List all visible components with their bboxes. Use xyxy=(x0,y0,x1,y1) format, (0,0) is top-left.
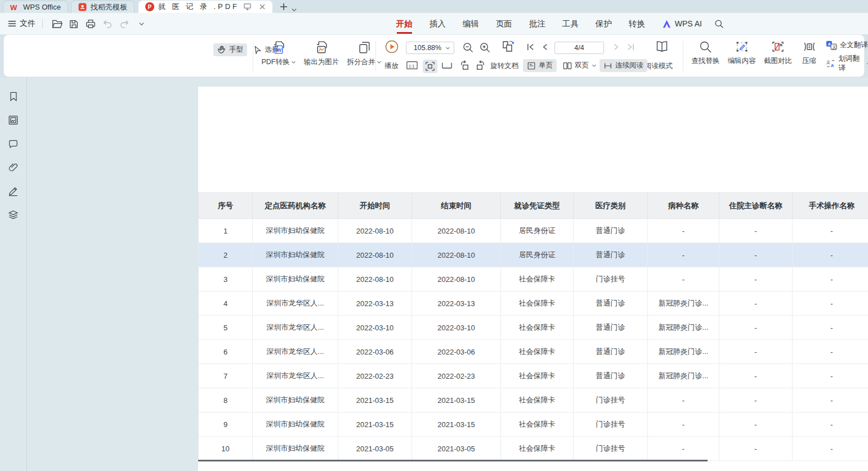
table-cell: 社会保障卡 xyxy=(501,437,574,461)
layers-panel-button[interactable] xyxy=(7,208,20,221)
table-cell: - xyxy=(719,412,793,437)
play-button[interactable] xyxy=(384,39,399,56)
table-cell: 深圳市妇幼保健院 xyxy=(253,412,338,437)
full-text-translate-label: 全文翻译 xyxy=(840,41,868,50)
tab-list-chevron-icon[interactable] xyxy=(291,7,297,13)
print-button[interactable] xyxy=(83,17,98,30)
screenshot-compare-button[interactable]: 截图对比 xyxy=(760,40,796,66)
monitor-icon[interactable] xyxy=(243,3,252,11)
find-replace-button[interactable]: 查找替换 xyxy=(687,40,723,66)
tab-docer-templates[interactable]: 找稻壳模板 xyxy=(71,1,135,13)
table-cell: 9 xyxy=(199,412,253,437)
bookmarks-panel-button[interactable] xyxy=(7,90,20,102)
new-tab-button[interactable] xyxy=(278,1,290,13)
double-page-icon xyxy=(563,61,572,70)
svg-text:W: W xyxy=(10,3,17,11)
menu-tab-1[interactable]: 开始 xyxy=(396,15,413,33)
menu-search-icon[interactable] xyxy=(714,19,724,29)
attachments-panel-button[interactable] xyxy=(7,161,20,173)
compress-label: 压缩 xyxy=(802,56,816,66)
pdf-doc-icon: P xyxy=(145,2,154,11)
fit-page-button[interactable] xyxy=(423,60,437,73)
actual-size-button[interactable]: 1:1 xyxy=(406,60,418,71)
read-mode-button[interactable] xyxy=(655,39,669,53)
wps-ai-button[interactable]: WPS AI xyxy=(662,19,702,28)
edit-tools-group: 查找替换 编辑内容 截图对比 压缩 A文 全文翻译 文A 划词翻译 xyxy=(687,40,868,73)
rotate-right-button[interactable] xyxy=(475,60,486,71)
svg-text:P: P xyxy=(147,4,151,10)
pdf-convert-button[interactable]: W PDF转换 xyxy=(257,40,300,67)
table-cell: 2021-03-15 xyxy=(338,412,412,437)
word-translate-icon: 文A xyxy=(826,59,836,69)
table-cell: - xyxy=(648,267,719,291)
table-cell: 深圳市妇幼保健院 xyxy=(253,437,338,461)
table-cell: 2022-08-10 xyxy=(338,243,412,267)
svg-text:W: W xyxy=(276,47,281,53)
table-cell: 2022-08-10 xyxy=(412,267,501,291)
close-tab-icon[interactable] xyxy=(259,3,266,10)
page-indicator-value: 4/4 xyxy=(558,44,600,52)
next-page-button[interactable] xyxy=(612,43,620,51)
save-button[interactable] xyxy=(66,17,81,30)
full-text-translate-button[interactable]: A文 全文翻译 xyxy=(826,40,868,50)
table-cell: - xyxy=(793,364,868,388)
redo-button[interactable] xyxy=(117,17,132,30)
zoom-level-combobox[interactable]: 105.88% xyxy=(406,42,454,54)
comments-panel-button[interactable] xyxy=(7,137,20,150)
continuous-reading-button[interactable]: 连续阅读 xyxy=(599,59,647,72)
previous-page-button[interactable] xyxy=(541,43,549,51)
word-translate-button[interactable]: 文A 划词翻译 xyxy=(826,54,868,73)
menu-tab-4[interactable]: 页面 xyxy=(496,15,512,33)
full-translate-icon: A文 xyxy=(826,40,837,50)
table-row: 7深圳市龙华区人...2022-02-232022-02-23社会保障卡普通门诊… xyxy=(199,364,868,388)
tab-wps-office[interactable]: W WPS Office xyxy=(3,1,68,13)
table-row: 8深圳市妇幼保健院2021-03-152021-03-15社会保障卡门诊挂号--… xyxy=(199,388,868,412)
table-cell: 普通门诊 xyxy=(574,316,648,340)
menu-tab-6[interactable]: 工具 xyxy=(562,15,579,33)
double-page-button[interactable]: 双页 xyxy=(559,59,601,72)
edit-content-button[interactable]: 编辑内容 xyxy=(723,40,759,66)
rotate-left-button[interactable] xyxy=(459,60,471,71)
page-number-input[interactable]: 4/4 xyxy=(554,42,604,54)
table-cell: 居民身份证 xyxy=(501,219,574,243)
table-cell: - xyxy=(719,243,793,267)
hand-tool-button[interactable]: 手型 xyxy=(213,43,247,56)
file-menu-button[interactable]: 文件 xyxy=(8,19,35,29)
table-cell: - xyxy=(719,437,793,461)
compress-button[interactable]: 压缩 xyxy=(796,40,822,66)
rotate-document-button[interactable] xyxy=(500,39,516,55)
table-cell: 社会保障卡 xyxy=(501,267,574,291)
table-cell: 新冠肺炎门诊... xyxy=(648,340,719,364)
table-cell: 2021-03-15 xyxy=(338,388,412,412)
tab-document-pdf[interactable]: P 就 医 记 录 .PDF xyxy=(138,1,272,13)
table-cell: - xyxy=(793,388,868,412)
table-cell: - xyxy=(648,243,719,267)
menu-tab-8[interactable]: 转换 xyxy=(629,15,645,33)
menu-tab-3[interactable]: 编辑 xyxy=(463,15,479,33)
menu-bar: 文件 开始插入编辑页面批注工具保护转换 WPS AI xyxy=(0,13,868,34)
menu-tab-7[interactable]: 保护 xyxy=(596,15,612,33)
open-file-button[interactable] xyxy=(50,17,64,30)
single-page-label: 单页 xyxy=(539,61,553,70)
double-page-label: 双页 xyxy=(575,61,589,70)
find-replace-icon xyxy=(699,40,712,53)
split-merge-label: 拆分合并 xyxy=(347,57,375,67)
fit-width-button[interactable] xyxy=(441,60,453,71)
table-cell: 深圳市龙华区人... xyxy=(253,316,338,340)
quick-access-chevron[interactable] xyxy=(134,17,149,30)
table-cell: 2 xyxy=(199,243,253,267)
zoom-in-button[interactable] xyxy=(479,42,491,53)
single-page-button[interactable]: 单页 xyxy=(523,59,557,72)
menu-tab-5[interactable]: 批注 xyxy=(529,15,545,33)
undo-button[interactable] xyxy=(100,17,115,30)
play-icon xyxy=(384,39,399,54)
signature-panel-button[interactable] xyxy=(7,185,20,197)
save-icon xyxy=(69,19,79,29)
last-page-button[interactable] xyxy=(627,43,635,51)
zoom-out-button[interactable] xyxy=(462,42,474,53)
divider xyxy=(42,19,43,28)
thumbnails-panel-button[interactable] xyxy=(7,114,20,126)
first-page-button[interactable] xyxy=(526,43,535,51)
menu-tab-2[interactable]: 插入 xyxy=(429,15,446,33)
export-image-button[interactable]: 输出为图片 xyxy=(300,40,343,67)
